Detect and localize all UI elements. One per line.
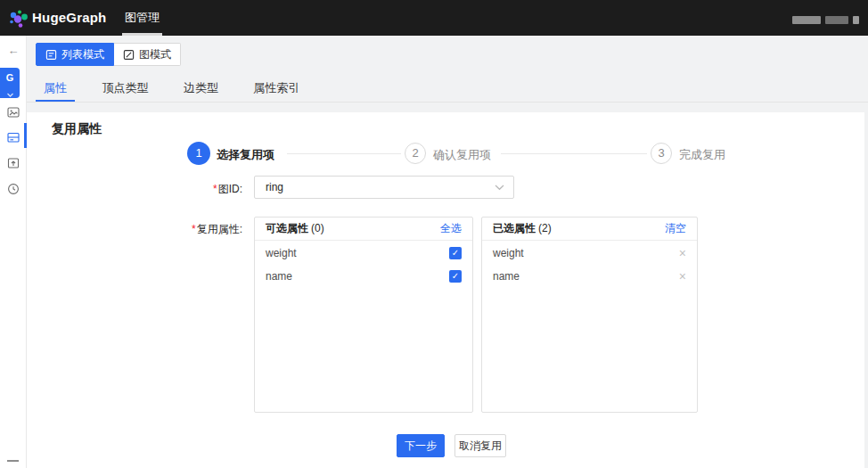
tab-vertex-types[interactable]: 顶点类型: [94, 76, 156, 102]
graph-mode-label: 图模式: [139, 47, 171, 62]
graph-mode-icon: [123, 49, 135, 61]
list-mode-label: 列表模式: [61, 47, 104, 62]
step-1-label: 选择复用项: [217, 147, 274, 163]
back-arrow-icon[interactable]: ←: [0, 43, 27, 59]
hugegraph-app: HugeGraph 图管理 ← G: [0, 0, 868, 468]
property-name: weight: [266, 247, 297, 259]
step-3-label: 完成复用: [679, 147, 725, 163]
chevron-down-icon: [6, 93, 14, 98]
main-area: 列表模式 图模式 属性 顶点类型 边类型 属性索引 复用属性 1 选择复用项 2: [27, 36, 868, 468]
next-step-button[interactable]: 下一步: [397, 434, 445, 457]
step-3-circle: 3: [651, 143, 672, 164]
checkbox-checked[interactable]: ✓: [449, 270, 462, 283]
panel-count: (0): [311, 222, 324, 234]
tab-edge-types[interactable]: 边类型: [176, 76, 226, 102]
panel-title: 已选属性(2): [493, 221, 552, 236]
required-asterisk: *: [192, 223, 196, 235]
step-connector: [501, 153, 647, 154]
clear-all-link[interactable]: 清空: [665, 221, 686, 236]
list-item: weight ✓: [255, 242, 472, 264]
remove-icon[interactable]: ×: [679, 270, 686, 283]
page-title: 复用属性: [52, 121, 102, 137]
select-all-link[interactable]: 全选: [440, 221, 462, 236]
sidebar-active-indicator: [24, 123, 27, 148]
brand-title: HugeGraph: [32, 0, 106, 36]
upload-icon: [6, 156, 20, 170]
top-navbar: HugeGraph 图管理: [0, 0, 868, 36]
step-2-circle: 2: [405, 143, 426, 164]
graph-mode-button[interactable]: 图模式: [114, 43, 181, 66]
graph-id-value: ring: [266, 177, 283, 198]
chevron-down-icon: [495, 185, 504, 191]
panel-title: 可选属性(0): [266, 221, 324, 236]
panel-header: 可选属性(0) 全选: [255, 218, 472, 241]
graph-id-select[interactable]: ring: [254, 176, 514, 199]
available-properties-panel: 可选属性(0) 全选 weight ✓ name ✓: [254, 217, 473, 413]
list-item: name ✓: [255, 266, 472, 287]
tab-properties[interactable]: 属性: [36, 76, 75, 102]
property-name: weight: [493, 247, 524, 259]
reuse-properties-card: 复用属性 1 选择复用项 2 确认复用项 3 完成复用 *图ID: ring *…: [27, 112, 864, 468]
sidebar-item-import[interactable]: [6, 156, 20, 170]
step-2-label: 确认复用项: [433, 147, 491, 163]
panel-count: (2): [538, 222, 552, 234]
selected-properties-panel: 已选属性(2) 清空 weight × name ×: [481, 217, 698, 413]
panel-header: 已选属性(2) 清空: [482, 218, 697, 241]
list-mode-button[interactable]: 列表模式: [36, 43, 114, 66]
remove-icon[interactable]: ×: [679, 247, 686, 259]
metadata-tabs: 属性 顶点类型 边类型 属性索引: [27, 76, 868, 103]
graph-id-label: *图ID:: [143, 182, 242, 197]
sidebar-item-tasks[interactable]: [6, 182, 20, 196]
step-connector: [287, 153, 401, 154]
tab-property-indexes[interactable]: 属性索引: [245, 76, 307, 102]
image-icon: [6, 105, 20, 119]
card-list-icon: [6, 130, 20, 144]
sidebar-collapse-handle[interactable]: [7, 460, 19, 462]
reuse-properties-label: *复用属性:: [143, 222, 242, 237]
nav-graph-management[interactable]: 图管理: [122, 0, 162, 36]
step-1-circle: 1: [187, 142, 210, 165]
property-name: name: [266, 270, 292, 283]
list-item: weight ×: [482, 242, 697, 264]
list-item: name ×: [482, 266, 697, 287]
hugegraph-logo-icon: [7, 7, 30, 30]
checkbox-checked[interactable]: ✓: [449, 247, 462, 259]
property-name: name: [493, 270, 520, 283]
clock-icon: [6, 182, 20, 196]
graph-badge: G: [0, 70, 20, 86]
cancel-reuse-button[interactable]: 取消复用: [454, 434, 506, 457]
sidebar-item-graph-view[interactable]: [6, 105, 20, 119]
mode-switch: 列表模式 图模式: [36, 43, 181, 66]
left-sidebar: ← G: [0, 36, 27, 468]
list-mode-icon: [45, 49, 57, 61]
sidebar-item-metadata[interactable]: [6, 130, 20, 144]
graph-selector[interactable]: G: [0, 68, 20, 98]
user-info-redacted: [792, 16, 859, 24]
required-asterisk: *: [213, 183, 217, 195]
